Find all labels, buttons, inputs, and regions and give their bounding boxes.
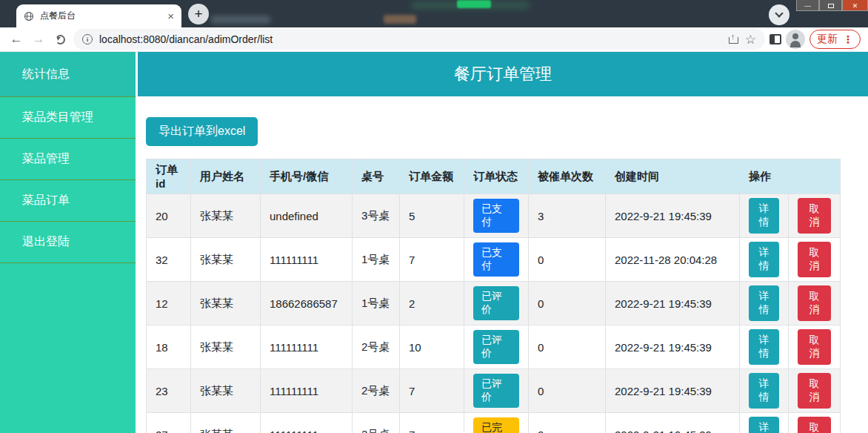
window-close-button[interactable]: ✕ <box>842 0 868 11</box>
table-row: 27 张某某 111111111 3号桌 7 已完结 0 2022-9-21 1… <box>147 413 841 433</box>
cell-status: 已评价 <box>464 325 529 369</box>
sidebar-item-logout[interactable]: 退出登陆 <box>0 222 136 263</box>
cell-detail: 详情 <box>740 369 789 413</box>
detail-button[interactable]: 详情 <box>749 417 779 433</box>
table-row: 12 张某某 18662686587 1号桌 2 已评价 0 2022-9-21… <box>147 282 841 325</box>
tab-search-button[interactable] <box>769 4 789 25</box>
cell-table-no: 3号桌 <box>353 194 400 238</box>
sidebar-item-label: 退出登陆 <box>22 234 70 250</box>
cell-table-no: 1号桌 <box>353 238 400 282</box>
cell-detail: 详情 <box>740 413 789 433</box>
cell-created-time: 2022-9-21 19:45:39 <box>606 325 740 369</box>
table-header-row: 订单id 用户姓名 手机号/微信 桌号 订单金额 订单状态 被催单次数 创建时间… <box>147 159 841 194</box>
cell-order-id: 12 <box>147 282 191 325</box>
cell-phone: 111111111 <box>261 238 353 282</box>
side-panel-icon[interactable] <box>769 34 781 44</box>
cell-amount: 7 <box>400 238 464 282</box>
cell-amount: 2 <box>400 282 464 325</box>
cancel-button[interactable]: 取消 <box>798 329 831 365</box>
table-row: 32 张某某 111111111 1号桌 7 已支付 0 2022-11-28 … <box>147 238 841 282</box>
cell-urge-count: 0 <box>529 369 606 413</box>
share-icon[interactable] <box>729 35 738 44</box>
cell-status: 已支付 <box>464 238 529 282</box>
cell-table-no: 3号桌 <box>353 413 400 433</box>
cell-urge-count: 3 <box>529 194 606 238</box>
background-blur <box>211 16 270 24</box>
new-tab-button[interactable]: + <box>188 4 209 24</box>
minimize-icon: — <box>804 3 811 10</box>
col-phone: 手机号/微信 <box>261 159 353 194</box>
cell-phone: 111111111 <box>261 325 353 369</box>
sidebar-item-statistics[interactable]: 统计信息 <box>0 52 136 97</box>
table-row: 20 张某某 undefined 3号桌 5 已支付 3 2022-9-21 1… <box>147 194 841 238</box>
window-maximize-button[interactable] <box>819 0 842 11</box>
cancel-button[interactable]: 取消 <box>798 198 831 234</box>
detail-button[interactable]: 详情 <box>749 242 779 277</box>
detail-button[interactable]: 详情 <box>749 285 779 321</box>
cell-detail: 详情 <box>740 194 789 238</box>
window-minimize-button[interactable]: — <box>796 0 819 11</box>
chrome-update-button[interactable]: 更新 ⋮ <box>809 30 861 49</box>
close-icon: ✕ <box>852 3 858 10</box>
cell-user-name: 张某某 <box>191 369 261 413</box>
cell-user-name: 张某某 <box>191 238 261 282</box>
browser-tab[interactable]: 点餐后台 × <box>16 4 181 27</box>
tab-close-icon[interactable]: × <box>167 10 174 22</box>
cell-order-id: 23 <box>147 369 191 413</box>
cell-order-id: 27 <box>147 413 191 433</box>
main-content: 餐厅订单管理 导出订单到excel 订单id 用户姓名 手机号/微信 桌号 订单… <box>138 52 868 433</box>
sidebar-item-dish-orders[interactable]: 菜品订单 <box>0 180 136 222</box>
cancel-button[interactable]: 取消 <box>798 417 831 433</box>
col-order-id: 订单id <box>147 159 191 194</box>
app-container: 统计信息 菜品类目管理 菜品管理 菜品订单 退出登陆 餐厅订单管理 导出订单到e… <box>0 52 868 433</box>
cell-amount: 5 <box>400 194 464 238</box>
cell-amount: 7 <box>400 413 464 433</box>
status-badge: 已评价 <box>473 374 519 408</box>
bookmark-star-icon[interactable]: ☆ <box>745 33 756 46</box>
profile-avatar[interactable] <box>786 30 805 49</box>
cancel-button[interactable]: 取消 <box>798 285 831 321</box>
cell-status: 已评价 <box>464 282 529 325</box>
table-row: 23 张某某 111111111 2号桌 7 已评价 0 2022-9-21 1… <box>147 369 841 413</box>
page-title: 餐厅订单管理 <box>138 52 868 96</box>
col-status: 订单状态 <box>464 159 529 194</box>
background-blur <box>384 15 416 24</box>
forward-button[interactable]: → <box>30 32 47 47</box>
maximize-icon <box>828 4 834 8</box>
browser-toolbar: ← → i localhost:8080/diancan/adimOrder/l… <box>0 27 868 52</box>
detail-button[interactable]: 详情 <box>749 329 779 365</box>
cell-amount: 7 <box>400 369 464 413</box>
cell-phone: 111111111 <box>261 369 353 413</box>
cancel-button[interactable]: 取消 <box>798 373 831 409</box>
col-actions: 操作 <box>740 159 841 194</box>
export-excel-button[interactable]: 导出订单到excel <box>146 117 258 146</box>
cell-order-id: 18 <box>147 325 191 369</box>
browser-tab-strip: 点餐后台 × + — ✕ <box>0 0 868 27</box>
cell-status: 已评价 <box>464 369 529 413</box>
detail-button[interactable]: 详情 <box>749 198 779 234</box>
tab-title: 点餐后台 <box>40 10 167 22</box>
address-bar[interactable]: i localhost:8080/diancan/adimOrder/list … <box>73 29 765 50</box>
sidebar-item-label: 菜品管理 <box>22 151 70 167</box>
cancel-button[interactable]: 取消 <box>798 242 831 277</box>
status-badge: 已完结 <box>473 417 519 433</box>
cell-cancel: 取消 <box>789 282 841 325</box>
cell-created-time: 2022-11-28 20:04:28 <box>606 238 740 282</box>
cell-cancel: 取消 <box>789 238 841 282</box>
status-badge: 已支付 <box>473 242 519 277</box>
update-label: 更新 <box>817 33 838 46</box>
detail-button[interactable]: 详情 <box>749 373 779 409</box>
cell-phone: 111111111 <box>261 413 353 433</box>
sidebar-item-dish-management[interactable]: 菜品管理 <box>0 139 136 180</box>
back-button[interactable]: ← <box>7 32 25 47</box>
cell-urge-count: 0 <box>529 325 606 369</box>
sidebar-item-dish-categories[interactable]: 菜品类目管理 <box>0 97 136 139</box>
reload-button[interactable] <box>56 35 65 44</box>
col-amount: 订单金额 <box>400 159 464 194</box>
cell-urge-count: 0 <box>529 413 606 433</box>
site-info-icon[interactable]: i <box>82 34 93 44</box>
status-badge: 已评价 <box>473 286 519 320</box>
cell-urge-count: 0 <box>529 238 606 282</box>
cell-order-id: 32 <box>147 238 191 282</box>
cell-created-time: 2022-9-21 19:45:39 <box>606 282 740 325</box>
